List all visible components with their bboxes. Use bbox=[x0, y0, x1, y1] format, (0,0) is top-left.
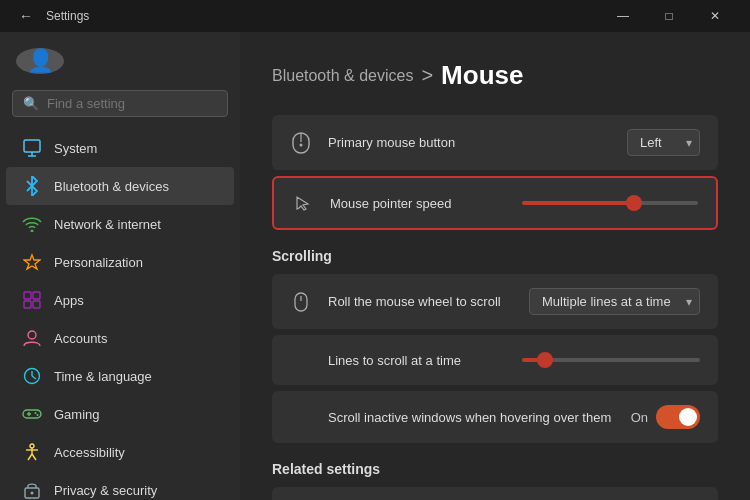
lines-scroll-row: Lines to scroll at a time bbox=[272, 335, 718, 385]
svg-point-3 bbox=[31, 230, 34, 233]
sidebar-item-personalization[interactable]: Personalization bbox=[6, 243, 234, 281]
time-icon bbox=[22, 366, 42, 386]
sidebar-item-system-label: System bbox=[54, 141, 97, 156]
related-row: Additional mouse settings bbox=[272, 487, 718, 500]
breadcrumb-current: Mouse bbox=[441, 60, 523, 91]
sidebar-item-gaming-label: Gaming bbox=[54, 407, 100, 422]
svg-rect-7 bbox=[33, 301, 40, 308]
sidebar-item-time[interactable]: Time & language bbox=[6, 357, 234, 395]
pointer-speed-icon bbox=[292, 192, 314, 214]
primary-button-icon bbox=[290, 132, 312, 154]
accessibility-icon bbox=[22, 442, 42, 462]
sidebar-item-system[interactable]: System bbox=[6, 129, 234, 167]
breadcrumb: Bluetooth & devices > Mouse bbox=[272, 60, 718, 91]
roll-scroll-dropdown-wrapper: Multiple lines at a time One screen at a… bbox=[529, 288, 700, 315]
svg-rect-5 bbox=[33, 292, 40, 299]
search-box[interactable]: 🔍 bbox=[12, 90, 228, 117]
scroll-inactive-icon bbox=[290, 406, 312, 428]
primary-button-dropdown-wrapper: Left Right bbox=[627, 129, 700, 156]
sidebar-item-privacy-label: Privacy & security bbox=[54, 483, 157, 498]
search-input[interactable] bbox=[47, 96, 217, 111]
svg-point-8 bbox=[28, 331, 36, 339]
breadcrumb-parent: Bluetooth & devices bbox=[272, 67, 413, 85]
sidebar-item-network[interactable]: Network & internet bbox=[6, 205, 234, 243]
minimize-button[interactable]: — bbox=[600, 0, 646, 32]
sidebar-item-privacy[interactable]: Privacy & security bbox=[6, 471, 234, 500]
svg-point-17 bbox=[30, 444, 34, 448]
roll-scroll-row: Roll the mouse wheel to scroll Multiple … bbox=[272, 274, 718, 329]
maximize-button[interactable]: □ bbox=[646, 0, 692, 32]
titlebar-title: Settings bbox=[46, 9, 89, 23]
pointer-speed-slider[interactable] bbox=[522, 201, 698, 205]
personalization-icon bbox=[22, 252, 42, 272]
close-button[interactable]: ✕ bbox=[692, 0, 738, 32]
titlebar-controls: — □ ✕ bbox=[600, 0, 738, 32]
svg-point-23 bbox=[31, 492, 34, 495]
lines-scroll-icon bbox=[290, 349, 312, 371]
sidebar-item-accounts[interactable]: Accounts bbox=[6, 319, 234, 357]
primary-button-dropdown[interactable]: Left Right bbox=[627, 129, 700, 156]
bluetooth-icon bbox=[22, 176, 42, 196]
svg-line-11 bbox=[32, 376, 36, 379]
search-icon: 🔍 bbox=[23, 96, 39, 111]
lines-scroll-slider-wrapper bbox=[522, 358, 700, 362]
pointer-speed-slider-wrapper bbox=[522, 201, 698, 205]
sidebar: 👤 🔍 System Bluetooth & devices bbox=[0, 32, 240, 500]
accounts-icon bbox=[22, 328, 42, 348]
sidebar-item-accessibility-label: Accessibility bbox=[54, 445, 125, 460]
svg-point-26 bbox=[300, 143, 303, 146]
sidebar-item-bluetooth[interactable]: Bluetooth & devices bbox=[6, 167, 234, 205]
titlebar: ← Settings — □ ✕ bbox=[0, 0, 750, 32]
pointer-speed-label: Mouse pointer speed bbox=[330, 196, 506, 211]
privacy-icon bbox=[22, 480, 42, 500]
sidebar-item-accessibility[interactable]: Accessibility bbox=[6, 433, 234, 471]
apps-icon bbox=[22, 290, 42, 310]
network-icon bbox=[22, 214, 42, 234]
back-button[interactable]: ← bbox=[12, 2, 40, 30]
sidebar-item-gaming[interactable]: Gaming bbox=[6, 395, 234, 433]
app-body: 👤 🔍 System Bluetooth & devices bbox=[0, 32, 750, 500]
svg-line-21 bbox=[32, 454, 36, 460]
scroll-inactive-toggle-label: On bbox=[631, 410, 648, 425]
sidebar-item-bluetooth-label: Bluetooth & devices bbox=[54, 179, 169, 194]
primary-button-label: Primary mouse button bbox=[328, 135, 611, 150]
svg-rect-12 bbox=[23, 410, 41, 418]
roll-scroll-dropdown[interactable]: Multiple lines at a time One screen at a… bbox=[529, 288, 700, 315]
sidebar-item-apps[interactable]: Apps bbox=[6, 281, 234, 319]
gaming-icon bbox=[22, 404, 42, 424]
scrolling-header: Scrolling bbox=[272, 248, 718, 264]
scroll-inactive-toggle-wrapper: On bbox=[631, 405, 700, 429]
sidebar-item-time-label: Time & language bbox=[54, 369, 152, 384]
main-content: Bluetooth & devices > Mouse Primary mous… bbox=[240, 32, 750, 500]
sidebar-item-personalization-label: Personalization bbox=[54, 255, 143, 270]
svg-rect-0 bbox=[24, 140, 40, 152]
lines-scroll-slider[interactable] bbox=[522, 358, 700, 362]
breadcrumb-separator: > bbox=[421, 64, 433, 87]
lines-scroll-label: Lines to scroll at a time bbox=[328, 353, 506, 368]
svg-line-20 bbox=[28, 454, 32, 460]
svg-point-15 bbox=[35, 412, 37, 414]
sidebar-item-apps-label: Apps bbox=[54, 293, 84, 308]
svg-rect-6 bbox=[24, 301, 31, 308]
roll-scroll-label: Roll the mouse wheel to scroll bbox=[328, 294, 513, 309]
sidebar-item-network-label: Network & internet bbox=[54, 217, 161, 232]
primary-button-row: Primary mouse button Left Right bbox=[272, 115, 718, 170]
scroll-inactive-row: Scroll inactive windows when hovering ov… bbox=[272, 391, 718, 443]
svg-point-16 bbox=[37, 414, 39, 416]
pointer-speed-row: Mouse pointer speed bbox=[272, 176, 718, 230]
svg-rect-4 bbox=[24, 292, 31, 299]
scroll-inactive-label: Scroll inactive windows when hovering ov… bbox=[328, 410, 615, 425]
avatar: 👤 bbox=[16, 48, 64, 74]
scroll-inactive-toggle[interactable] bbox=[656, 405, 700, 429]
svg-rect-27 bbox=[295, 293, 307, 311]
system-icon bbox=[22, 138, 42, 158]
sidebar-item-accounts-label: Accounts bbox=[54, 331, 107, 346]
related-header: Related settings bbox=[272, 461, 718, 477]
roll-scroll-icon bbox=[290, 291, 312, 313]
